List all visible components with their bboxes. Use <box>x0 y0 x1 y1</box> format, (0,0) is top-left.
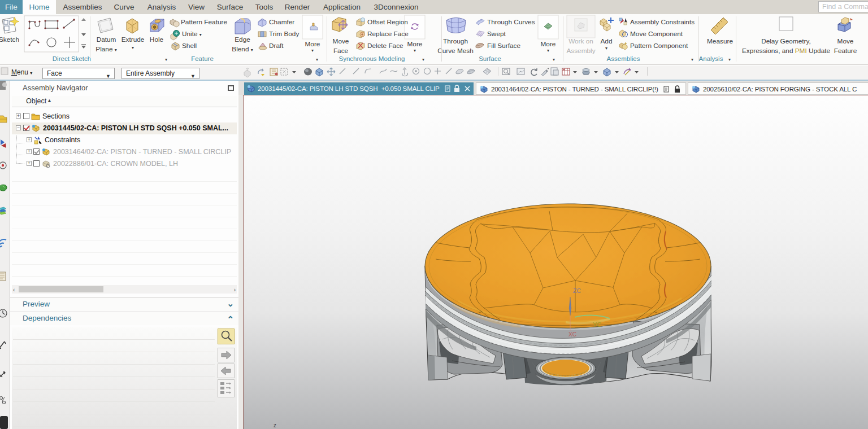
svg-text:z: z <box>274 422 276 428</box>
svg-text:ZC: ZC <box>573 287 581 294</box>
svg-text:YC: YC <box>593 321 601 328</box>
svg-text:XC: XC <box>568 331 576 338</box>
